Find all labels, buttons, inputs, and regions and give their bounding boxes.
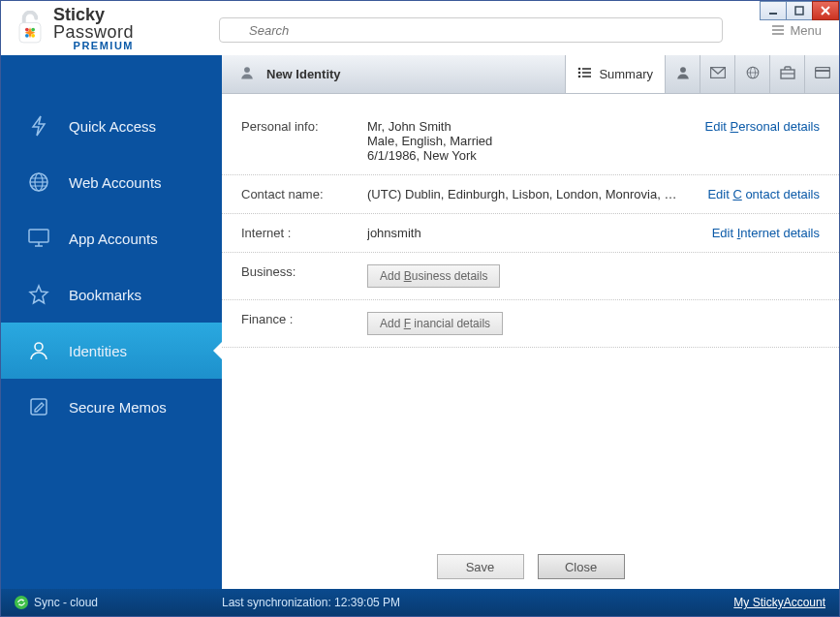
tab-business[interactable] (769, 55, 804, 93)
row-internet: Internet : johnsmith Edit Internet detai… (222, 214, 839, 253)
label-internet: Internet : (241, 226, 367, 240)
svg-point-27 (578, 72, 581, 75)
list-icon (577, 67, 591, 81)
sidebar-item-web-accounts[interactable]: Web Accounts (1, 154, 222, 210)
padlock-icon (13, 11, 47, 46)
sidebar-item-app-accounts[interactable]: App Accounts (1, 210, 222, 266)
contact-value: (UTC) Dublin, Edinburgh, Lisbon, London,… (367, 187, 684, 201)
sidebar-item-label: Bookmarks (69, 287, 141, 303)
svg-point-6 (25, 28, 29, 32)
edit-personal-link[interactable]: Edit Personal details (704, 119, 820, 134)
svg-rect-19 (29, 230, 48, 242)
briefcase-icon (780, 66, 795, 82)
minimize-button[interactable] (760, 1, 787, 20)
save-button[interactable]: Save (437, 554, 524, 579)
svg-point-25 (578, 68, 581, 71)
tab-summary[interactable]: Summary (565, 55, 665, 93)
app-logo: Sticky Password PREMIUM (1, 1, 219, 55)
sidebar-item-label: App Accounts (69, 231, 158, 247)
person-icon (239, 65, 255, 83)
edit-contact-link[interactable]: Edit C ontact details (707, 187, 820, 201)
last-sync: Last synchronization: 12:39:05 PM (222, 596, 400, 609)
tab-summary-label: Summary (599, 67, 653, 81)
hamburger-icon (772, 23, 784, 38)
label-business: Business: (241, 264, 367, 288)
sidebar-item-label: Identities (69, 343, 127, 359)
sync-status: Sync - cloud (34, 596, 98, 609)
row-personal: Personal info: Mr, John Smith Male, Engl… (222, 108, 839, 175)
svg-point-31 (680, 67, 686, 73)
row-business: Business: Add Business details (222, 253, 839, 300)
svg-rect-23 (31, 399, 47, 415)
maximize-button[interactable] (786, 1, 813, 20)
svg-point-24 (244, 67, 250, 73)
sidebar-item-secure-memos[interactable]: Secure Memos (1, 379, 222, 435)
my-account-link[interactable]: My StickyAccount (733, 596, 825, 609)
sync-icon (15, 596, 28, 609)
tab-internet[interactable] (734, 55, 769, 93)
row-finance: Finance : Add F inancial details (222, 300, 839, 348)
svg-rect-38 (815, 68, 829, 78)
label-finance: Finance : (241, 312, 367, 335)
tab-personal[interactable] (665, 55, 700, 93)
envelope-icon (710, 67, 726, 81)
personal-line3: 6/1/1986, New York (367, 148, 684, 163)
label-personal: Personal info: (241, 119, 367, 163)
monitor-icon (26, 226, 51, 251)
credit-card-icon (815, 67, 830, 81)
logo-line1: Sticky (53, 6, 134, 23)
tab-finance[interactable] (804, 55, 839, 93)
internet-value: johnsmith (367, 226, 684, 240)
svg-rect-1 (795, 7, 803, 15)
close-button[interactable]: Close (538, 554, 625, 579)
close-window-button[interactable] (812, 1, 839, 20)
svg-point-22 (35, 343, 43, 351)
star-icon (26, 282, 51, 307)
row-contact: Contact name: (UTC) Dublin, Edinburgh, L… (222, 175, 839, 214)
bolt-icon (26, 113, 51, 139)
sidebar-item-label: Quick Access (69, 118, 156, 135)
svg-point-7 (25, 34, 29, 38)
label-contact: Contact name: (241, 187, 367, 201)
sidebar-item-bookmarks[interactable]: Bookmarks (1, 266, 222, 323)
svg-point-5 (31, 28, 35, 32)
sidebar-item-label: Web Accounts (69, 174, 162, 191)
svg-point-29 (578, 76, 581, 78)
person-icon (26, 338, 51, 363)
edit-internet-link[interactable]: Edit Internet details (712, 226, 820, 240)
svg-point-8 (31, 34, 35, 38)
globe-icon (745, 65, 761, 83)
globe-icon (26, 170, 51, 195)
identity-title: New Identity (266, 67, 341, 81)
tab-contact[interactable] (700, 55, 734, 93)
note-icon (26, 394, 51, 419)
sidebar-item-label: Secure Memos (69, 399, 167, 416)
logo-edition: PREMIUM (53, 41, 134, 51)
personal-line1: Mr, John Smith (367, 119, 684, 134)
search-input[interactable] (219, 17, 723, 43)
logo-line2: Password (53, 23, 134, 41)
menu-button[interactable]: Menu (772, 19, 822, 38)
sidebar: Quick Access Web Accounts App Accounts B… (1, 55, 222, 589)
person-icon (675, 65, 691, 83)
menu-label: Menu (790, 23, 822, 38)
sidebar-item-identities[interactable]: Identities (1, 323, 222, 379)
add-finance-button[interactable]: Add F inancial details (367, 312, 503, 335)
sidebar-item-quick-access[interactable]: Quick Access (1, 98, 222, 154)
personal-line2: Male, English, Married (367, 134, 684, 148)
add-business-button[interactable]: Add Business details (367, 264, 500, 288)
